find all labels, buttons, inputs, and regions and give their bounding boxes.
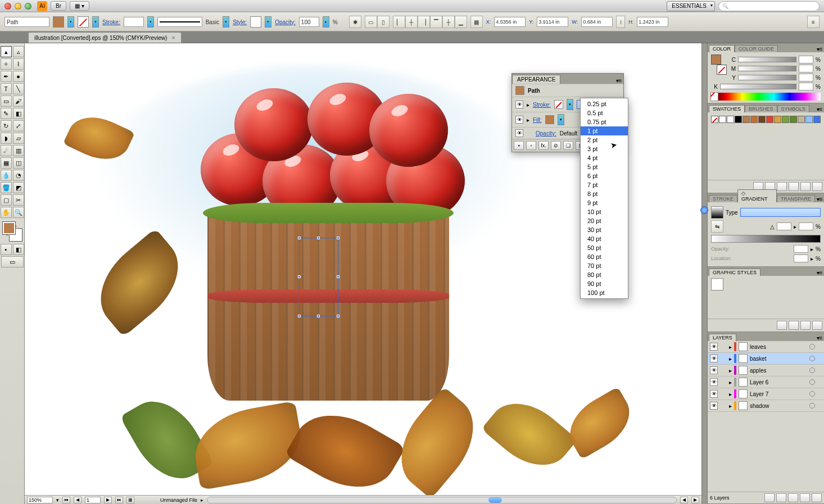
swatch[interactable] — [758, 116, 766, 123]
add-effect-icon[interactable]: fx. — [538, 141, 549, 150]
rotate-tool[interactable]: ↻ — [1, 120, 12, 131]
align-artboard-button[interactable]: ▯ — [377, 16, 390, 28]
zoom-tool[interactable]: 🔍 — [13, 207, 24, 218]
color-fill-swatch[interactable] — [711, 55, 721, 65]
layer-target-icon[interactable] — [809, 391, 815, 397]
gs-libraries-icon[interactable] — [777, 321, 787, 330]
layers-panel-menu-icon[interactable]: ▾≡ — [815, 335, 824, 341]
color-panel-menu-icon[interactable]: ▾≡ — [815, 46, 824, 52]
bridge-button[interactable]: Br — [51, 1, 66, 11]
color-stroke-swatch[interactable] — [717, 65, 727, 75]
symbols-tab[interactable]: SYMBOLS — [777, 105, 810, 112]
blend-tool[interactable]: ◔ — [13, 170, 24, 181]
slice-tool[interactable]: ✂ — [13, 194, 24, 206]
layer-visibility-icon[interactable]: 👁 — [710, 378, 718, 386]
hand-tool[interactable]: ✋ — [1, 207, 12, 218]
close-tab-icon[interactable]: × — [171, 34, 175, 41]
new-swatch-icon[interactable] — [800, 182, 811, 191]
artboard-nav-button[interactable]: ▦ — [126, 497, 134, 503]
new-stroke-icon[interactable]: ▪ — [514, 141, 524, 150]
appearance-opacity-label[interactable]: Opacity: — [536, 130, 556, 137]
zoom-input[interactable]: 150% — [27, 497, 53, 503]
stroke-weight-option[interactable]: 70 pt — [581, 261, 628, 270]
align-vcenter-icon[interactable]: ┼ — [442, 16, 455, 28]
layer-visibility-icon[interactable]: 👁 — [710, 402, 718, 410]
gradient-location-input[interactable] — [794, 255, 808, 262]
layer-target-icon[interactable] — [809, 403, 815, 408]
yellow-value-input[interactable] — [799, 74, 813, 81]
opacity-dropdown[interactable]: ▸ — [323, 16, 329, 28]
warp-tool[interactable]: ◗ — [1, 133, 12, 144]
rectangle-tool[interactable]: ▭ — [1, 96, 12, 107]
fill-dropdown[interactable]: ▾ — [67, 16, 74, 28]
layer-row[interactable]: 👁▸basket — [708, 353, 824, 365]
swatch[interactable] — [782, 116, 789, 123]
align-left-icon[interactable]: ▏ — [393, 16, 405, 28]
style-swatch[interactable] — [250, 16, 261, 28]
graphic-style-default[interactable] — [711, 278, 723, 290]
gradient-opacity-input[interactable] — [794, 245, 808, 253]
search-input[interactable] — [718, 1, 820, 11]
layer-row[interactable]: 👁▸leaves — [708, 341, 824, 353]
swatch[interactable] — [790, 116, 797, 123]
cyan-value-input[interactable] — [799, 56, 813, 63]
layer-name[interactable]: basket — [750, 356, 807, 362]
zoom-dropdown-icon[interactable]: ▾ — [56, 497, 59, 503]
arrange-documents-button[interactable]: ▦ ▾ — [70, 1, 89, 11]
color-spectrum[interactable] — [711, 93, 821, 101]
new-fill-icon[interactable]: ▫ — [526, 141, 536, 150]
gs-break-link-icon[interactable] — [789, 321, 799, 330]
swatch-options-icon[interactable] — [777, 182, 787, 191]
brush-definition-dropdown[interactable]: ▾ — [223, 16, 229, 28]
stroke-weight-option[interactable]: 6 pt — [581, 171, 628, 180]
recolor-artwork-icon[interactable]: ✱ — [349, 16, 361, 28]
scroll-left-button[interactable]: ◀ — [680, 497, 688, 503]
control-menu-icon[interactable]: ≡ — [807, 16, 820, 28]
gradient-tab[interactable]: ◇ GRADIENT — [737, 189, 777, 202]
visibility-toggle-icon[interactable]: 👁 — [515, 101, 523, 108]
layer-row[interactable]: 👁▸Layer 7 — [708, 388, 824, 400]
gs-new-icon[interactable] — [800, 321, 811, 330]
delete-layer-icon[interactable] — [812, 493, 822, 502]
new-sublayer-icon[interactable] — [788, 493, 798, 502]
make-clipping-mask-icon[interactable] — [776, 493, 786, 502]
stroke-weight-option[interactable]: 100 pt — [581, 288, 628, 297]
appearance-stroke-label[interactable]: Stroke: — [533, 102, 551, 108]
artboard-tool[interactable]: ▢ — [1, 194, 12, 206]
live-paint-selection-tool[interactable]: ◩ — [13, 182, 24, 193]
stroke-panel-tab[interactable]: STROKE — [709, 195, 737, 202]
locate-object-icon[interactable] — [764, 493, 775, 502]
w-input[interactable]: 0.684 in — [581, 17, 613, 27]
brush-definition[interactable] — [157, 17, 202, 27]
paintbrush-tool[interactable]: 🖌 — [13, 96, 24, 107]
stroke-color-dropdown[interactable]: ▾ — [92, 16, 99, 28]
delete-swatch-icon[interactable] — [812, 182, 822, 191]
swatch[interactable] — [798, 116, 805, 123]
stroke-weight-option[interactable]: 0.25 pt — [581, 99, 628, 108]
x-input[interactable]: 4.5356 in — [494, 17, 526, 27]
cyan-slider[interactable] — [738, 57, 796, 62]
layer-target-icon[interactable] — [809, 379, 815, 385]
layer-target-icon[interactable] — [809, 356, 815, 361]
line-segment-tool[interactable]: ╲ — [13, 83, 24, 94]
registration-swatch[interactable] — [719, 116, 726, 123]
magenta-value-input[interactable] — [799, 65, 813, 72]
layer-row[interactable]: 👁▸apples — [708, 365, 824, 376]
prev-artboard-button[interactable]: ◀ — [74, 497, 82, 503]
graphic-styles-menu-icon[interactable]: ▾≡ — [815, 270, 824, 276]
magic-wand-tool[interactable]: ✧ — [1, 58, 12, 70]
stroke-weight-input[interactable] — [124, 17, 144, 27]
workspace-switcher[interactable]: ESSENTIALS — [667, 1, 715, 11]
status-menu-icon[interactable]: ▸ — [201, 497, 203, 503]
direct-selection-tool[interactable]: ▵ — [13, 46, 24, 57]
swatch[interactable] — [735, 116, 742, 123]
type-tool[interactable]: T — [1, 83, 12, 94]
gradient-aspect-input[interactable] — [799, 223, 813, 230]
brushes-tab[interactable]: BRUSHES — [745, 105, 777, 112]
swatch[interactable] — [742, 116, 750, 123]
stroke-weight-option[interactable]: 2 pt — [581, 135, 628, 144]
layer-name[interactable]: Layer 7 — [750, 391, 807, 397]
next-artboard-button[interactable]: ▶ — [104, 497, 112, 503]
swatches-tab[interactable]: SWATCHES — [709, 105, 745, 112]
gradient-tool[interactable]: ◫ — [13, 157, 24, 169]
